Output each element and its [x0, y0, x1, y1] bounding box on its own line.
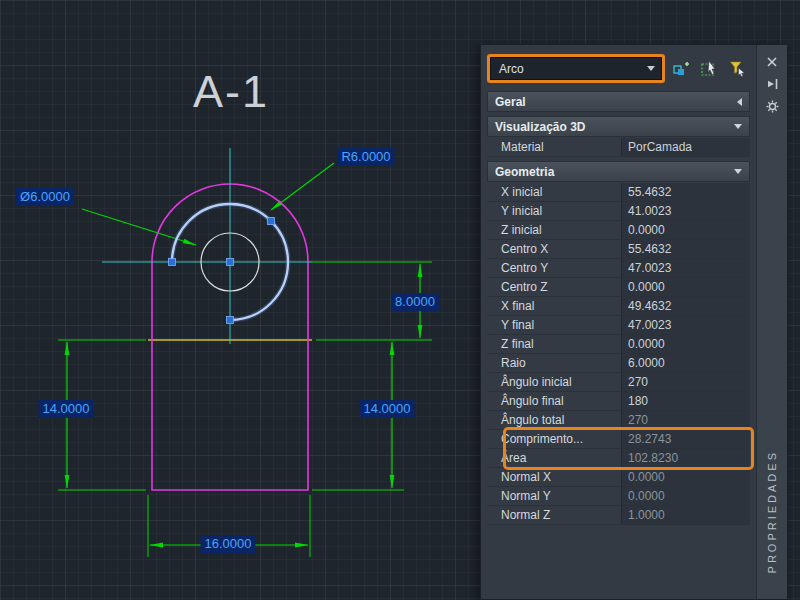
property-row-z-final: Z final 0.0000 — [487, 335, 750, 354]
property-row-x-final: X final 49.4632 — [487, 297, 750, 316]
property-label: Ângulo inicial — [487, 373, 621, 391]
property-label: Centro X — [487, 240, 621, 258]
auto-hide-icon — [766, 78, 778, 90]
grip-arc-mid — [268, 218, 275, 225]
property-value: 0.0000 — [621, 468, 750, 486]
property-value[interactable]: 0.0000 — [621, 278, 750, 296]
property-value: 102.8230 — [621, 449, 750, 467]
autocad-workspace: { "drawing": { "title": "A-1", "labels":… — [0, 0, 800, 600]
property-label: Z inicial — [487, 221, 621, 239]
property-row-z-inicial: Z inicial 0.0000 — [487, 221, 750, 240]
chevron-left-icon — [737, 98, 742, 106]
property-label: Ângulo total — [487, 411, 621, 429]
property-value[interactable]: 47.0023 — [621, 259, 750, 277]
annotation-highlight-results: Comprimento... 28.2743 Área 102.8230 — [485, 430, 752, 468]
drawing-title: A-1 — [193, 66, 269, 118]
settings-button[interactable] — [763, 97, 781, 115]
property-value: 270 — [621, 411, 750, 429]
property-value[interactable]: 47.0023 — [621, 316, 750, 334]
annotation-highlight-selector: Arco — [487, 54, 665, 83]
property-row-normal-z: Normal Z 1.0000 — [487, 506, 750, 525]
quick-select-icon — [729, 60, 746, 77]
property-row-normal-x: Normal X 0.0000 — [487, 468, 750, 487]
object-type-value: Arco — [499, 62, 524, 76]
property-label: Comprimento... — [487, 430, 621, 448]
property-row-material: Material PorCamada — [487, 138, 750, 157]
property-row-centro-x: Centro X 55.4632 — [487, 240, 750, 259]
property-row-angulo-total: Ângulo total 270 — [487, 411, 750, 430]
property-row-y-final: Y final 47.0023 — [487, 316, 750, 335]
palette-titlebar: PROPRIEDADES — [756, 45, 787, 599]
property-value[interactable]: 41.0023 — [621, 202, 750, 220]
property-label: Ângulo final — [487, 392, 621, 410]
palette-content: Arco — [481, 45, 756, 599]
dim-14-right-label[interactable]: 14.0000 — [360, 400, 415, 418]
section-label: Visualização 3D — [495, 120, 586, 134]
section-label: Geral — [495, 95, 526, 109]
property-value[interactable]: 49.4632 — [621, 297, 750, 315]
property-label: Z final — [487, 335, 621, 353]
property-value[interactable]: 0.0000 — [621, 335, 750, 353]
section-header-visualizacao-3d[interactable]: Visualização 3D — [487, 116, 750, 137]
property-row-angulo-inicial: Ângulo inicial 270 — [487, 373, 750, 392]
property-label: Material — [487, 138, 621, 156]
property-row-raio: Raio 6.0000 — [487, 354, 750, 373]
property-row-angulo-final: Ângulo final 180 — [487, 392, 750, 411]
property-label: Y final — [487, 316, 621, 334]
property-value: 28.2743 — [621, 430, 750, 448]
chevron-down-icon — [734, 169, 742, 174]
property-value[interactable]: 180 — [621, 392, 750, 410]
property-value[interactable]: 6.0000 — [621, 354, 750, 372]
close-button[interactable] — [763, 53, 781, 71]
chevron-down-icon — [734, 124, 742, 129]
grip-arc-center — [227, 259, 234, 266]
property-label: Normal Z — [487, 506, 621, 524]
property-value[interactable]: 270 — [621, 373, 750, 391]
property-value[interactable]: 0.0000 — [621, 221, 750, 239]
property-value[interactable]: 55.4632 — [621, 240, 750, 258]
select-objects-button[interactable] — [697, 57, 721, 80]
property-label: Y inicial — [487, 202, 621, 220]
settings-icon — [766, 100, 779, 113]
property-value: 0.0000 — [621, 487, 750, 505]
toggle-value-icon — [673, 61, 689, 77]
property-row-centro-z: Centro Z 0.0000 — [487, 278, 750, 297]
property-label: Área — [487, 449, 621, 467]
centerlines[interactable] — [102, 148, 312, 344]
property-value[interactable]: PorCamada — [621, 138, 750, 156]
property-row-y-inicial: Y inicial 41.0023 — [487, 202, 750, 221]
property-label: Centro Y — [487, 259, 621, 277]
grip-arc-end — [169, 259, 176, 266]
chevron-down-icon — [647, 66, 655, 71]
dim-16-label[interactable]: 16.0000 — [201, 535, 256, 553]
section-header-geral[interactable]: Geral — [487, 91, 750, 112]
section-label: Geometria — [495, 165, 554, 179]
section-header-geometria[interactable]: Geometria — [487, 161, 750, 182]
auto-hide-button[interactable] — [763, 75, 781, 93]
property-value[interactable]: 55.4632 — [621, 183, 750, 201]
property-label: Raio — [487, 354, 621, 372]
object-type-dropdown[interactable]: Arco — [490, 57, 662, 80]
grip-arc-start — [227, 317, 234, 324]
property-row-centro-y: Centro Y 47.0023 — [487, 259, 750, 278]
property-label: X inicial — [487, 183, 621, 201]
close-icon — [767, 57, 777, 67]
properties-palette: Arco — [480, 44, 788, 600]
toggle-value-button[interactable] — [669, 57, 693, 80]
property-label: Normal Y — [487, 487, 621, 505]
property-label: Normal X — [487, 468, 621, 486]
object-selector-row: Arco — [487, 54, 750, 83]
dim-diameter-label[interactable]: Ø6.0000 — [16, 188, 74, 206]
dim-8-label[interactable]: 8.0000 — [391, 293, 439, 311]
dim-radius-label[interactable]: R6.0000 — [337, 148, 394, 166]
property-label: X final — [487, 297, 621, 315]
property-value: 1.0000 — [621, 506, 750, 524]
dim-14-left-label[interactable]: 14.0000 — [39, 400, 94, 418]
palette-title-vertical[interactable]: PROPRIEDADES — [766, 450, 778, 573]
property-row-area: Área 102.8230 — [487, 449, 750, 468]
property-label: Centro Z — [487, 278, 621, 296]
property-row-x-inicial: X inicial 55.4632 — [487, 183, 750, 202]
property-row-normal-y: Normal Y 0.0000 — [487, 487, 750, 506]
quick-select-button[interactable] — [726, 57, 750, 80]
property-row-comprimento: Comprimento... 28.2743 — [487, 430, 750, 449]
